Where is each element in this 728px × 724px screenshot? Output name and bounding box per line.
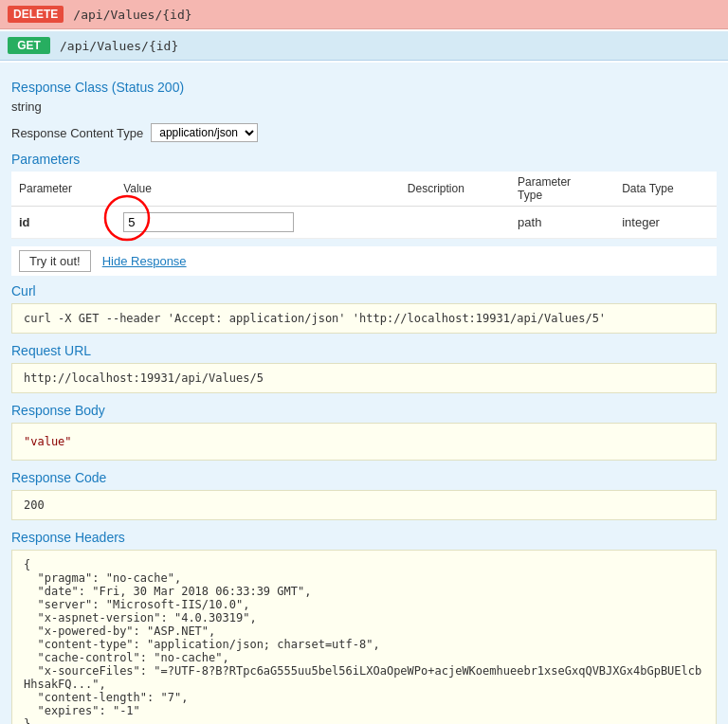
response-class-title: Response Class (Status 200) (11, 80, 717, 95)
col-description: Description (400, 172, 510, 207)
response-body-section: Response Body "value" (11, 403, 717, 461)
response-headers-value: { "pragma": "no-cache", "date": "Fri, 30… (11, 550, 717, 724)
delete-badge: DELETE (8, 6, 64, 23)
content-type-select[interactable]: application/json (151, 123, 258, 142)
request-url-title: Request URL (11, 343, 717, 358)
content-type-label: Response Content Type (11, 126, 143, 140)
parameters-section: Parameters Parameter Value Description P… (11, 152, 717, 239)
param-data-type: integer (614, 207, 717, 239)
table-header-row: Parameter Value Description Parameter Ty… (11, 172, 717, 207)
curl-section: Curl curl -X GET --header 'Accept: appli… (11, 283, 717, 334)
response-code-value: 200 (11, 490, 717, 520)
try-it-button[interactable]: Try it out! (19, 250, 91, 272)
col-value: Value (116, 172, 400, 207)
param-name-id: id (11, 207, 116, 239)
main-container: DELETE /api/Values/{id} GET /api/Values/… (0, 0, 728, 724)
response-code-title: Response Code (11, 470, 717, 485)
param-description (400, 207, 510, 239)
buttons-row: Try it out! Hide Response (11, 246, 717, 276)
get-badge: GET (8, 37, 50, 54)
param-type: path (510, 207, 614, 239)
parameters-title: Parameters (11, 152, 717, 167)
request-url-value: http://localhost:19931/api/Values/5 (11, 363, 717, 393)
table-row: id path integer (11, 207, 717, 239)
content-area: Response Class (Status 200) string Respo… (0, 63, 728, 724)
col-parameter: Parameter (11, 172, 116, 207)
param-id-input[interactable] (123, 212, 294, 232)
col-param-type: Parameter Type (510, 172, 614, 207)
content-type-row: Response Content Type application/json (11, 123, 717, 142)
col-data-type: Data Type (614, 172, 717, 207)
get-path: /api/Values/{id} (60, 39, 178, 53)
parameters-table: Parameter Value Description Parameter Ty… (11, 172, 717, 239)
response-headers-section: Response Headers { "pragma": "no-cache",… (11, 530, 717, 724)
curl-title: Curl (11, 283, 717, 299)
response-code-section: Response Code 200 (11, 470, 717, 520)
response-class-type: string (11, 100, 717, 114)
response-class-section: Response Class (Status 200) string (11, 80, 717, 114)
response-body-title: Response Body (11, 403, 717, 418)
curl-value: curl -X GET --header 'Accept: applicatio… (11, 303, 717, 334)
get-method-bar: GET /api/Values/{id} (0, 31, 728, 61)
request-url-section: Request URL http://localhost:19931/api/V… (11, 343, 717, 393)
delete-method-bar: DELETE /api/Values/{id} (0, 0, 728, 29)
delete-path: /api/Values/{id} (73, 8, 191, 22)
response-body-value: "value" (11, 423, 717, 461)
hide-response-button[interactable]: Hide Response (102, 254, 187, 268)
param-value-cell (116, 207, 400, 239)
response-headers-title: Response Headers (11, 530, 717, 545)
